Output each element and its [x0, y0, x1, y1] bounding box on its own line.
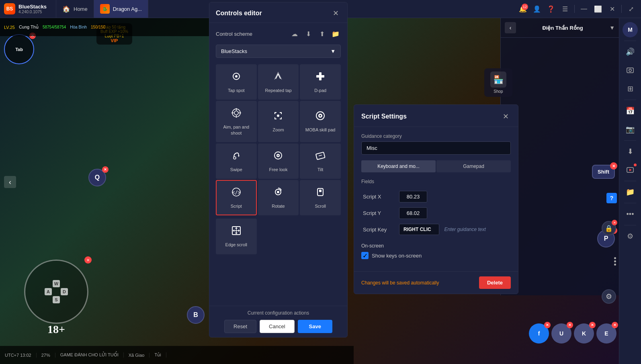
shift-key[interactable]: Shift ✕ [592, 165, 615, 179]
scheme-download-icon[interactable]: ⬇ [303, 29, 313, 39]
right-panel-title: Điện Thần Rồng [542, 25, 583, 31]
download-button[interactable]: ⬇ [623, 144, 638, 159]
dpad-up: W [53, 280, 60, 287]
u-button[interactable]: U ✕ [551, 323, 571, 344]
free-look-icon [272, 150, 284, 164]
scheme-dropdown[interactable]: BlueStacks ▼ [216, 45, 341, 58]
svg-point-1 [629, 69, 631, 72]
lock-close[interactable]: ✕ [612, 220, 617, 225]
dpad-center-empty [53, 288, 60, 295]
user-avatar[interactable]: M [623, 22, 638, 37]
u-close[interactable]: ✕ [567, 322, 573, 328]
minimize-button[interactable]: — [578, 3, 590, 15]
control-zoom[interactable]: Zoom [258, 101, 299, 142]
scheme-folder-icon[interactable]: 📁 [330, 29, 341, 39]
tab-dragon[interactable]: 🐉 Dragon Ag... [94, 0, 148, 18]
tab-home[interactable]: 🏠 Home [56, 0, 94, 18]
control-d-pad[interactable]: D-pad [300, 64, 341, 100]
shift-key-close[interactable]: ✕ [610, 162, 617, 170]
scheme-upload-icon[interactable]: ⬆ [317, 29, 327, 39]
more-options-button[interactable]: ••• [623, 207, 638, 222]
game-nav-left-button[interactable]: ‹ [4, 176, 16, 188]
lock-button[interactable]: 🔒 ✕ [602, 221, 616, 235]
account-button[interactable]: 👤 [531, 3, 543, 15]
e-button[interactable]: E ✕ [596, 323, 616, 344]
close-button[interactable]: ✕ [606, 3, 618, 15]
e-close[interactable]: ✕ [612, 322, 618, 328]
reset-button[interactable]: Reset [224, 320, 256, 333]
edge-scroll-label: Edge scroll [225, 242, 247, 247]
dpad-age-label: 18+ [47, 323, 65, 336]
dots-menu[interactable] [614, 257, 616, 266]
settings-gear-button[interactable]: ⚙ [602, 289, 616, 304]
calendar-button[interactable]: 📅 [623, 103, 638, 119]
delete-button[interactable]: Delete [479, 276, 511, 289]
script-y-label: Script Y [361, 205, 397, 221]
aim-icon [231, 107, 242, 121]
k-close[interactable]: ✕ [589, 322, 596, 328]
tab-keyboard-mouse[interactable]: Keyboard and mo... [361, 160, 436, 172]
k-button[interactable]: K ✕ [574, 323, 594, 344]
repeated-tap-icon [272, 71, 284, 84]
nav-prev-button[interactable]: ‹ [505, 22, 516, 33]
tab-gamepad[interactable]: Gamepad [436, 160, 511, 172]
folder-button[interactable]: 📁 [623, 184, 638, 200]
script-y-value[interactable]: 68.02 [399, 207, 427, 219]
controls-editor-close[interactable]: ✕ [330, 8, 341, 18]
control-aim[interactable]: Aim, pan and shoot [216, 101, 257, 142]
script-settings-modal: Script Settings ✕ Guidance category Keyb… [354, 104, 518, 294]
script-x-row: Script X 80.23 [361, 188, 511, 205]
control-tap-spot[interactable]: Tap spot [216, 64, 257, 100]
control-script[interactable]: </> Script [216, 180, 257, 215]
svg-marker-3 [629, 169, 632, 171]
help-button[interactable]: ❓ [545, 3, 557, 15]
control-edge-scroll[interactable]: Edge scroll [216, 219, 257, 254]
control-tilt[interactable]: Tilt [300, 143, 341, 179]
controls-editor-footer: Current configuration actions Reset Canc… [209, 306, 347, 337]
facebook-button[interactable]: f ✕ [529, 323, 549, 344]
control-rotate[interactable]: Rotate [258, 180, 299, 215]
script-key-value[interactable]: RIGHT CLIC [399, 224, 439, 235]
control-free-look[interactable]: Free look [258, 143, 299, 179]
expand-button[interactable]: ⤢ [625, 3, 637, 15]
script-settings-close[interactable]: ✕ [500, 111, 511, 122]
grid-button[interactable]: ⊞ [623, 81, 638, 96]
q-key[interactable]: Q ✕ [88, 169, 106, 186]
dpad[interactable]: W A D S 18+ ✕ [24, 260, 88, 324]
control-moba[interactable]: MOBA skill pad [300, 101, 341, 142]
scheme-cloud-icon[interactable]: ☁ [289, 29, 300, 39]
dpad-close[interactable]: ✕ [84, 256, 92, 264]
controls-editor-body: Control scheme ☁ ⬇ ⬆ 📁 BlueStacks ▼ Tap … [209, 23, 347, 306]
control-scroll[interactable]: Scroll [300, 180, 341, 215]
fb-close[interactable]: ✕ [544, 322, 551, 328]
dropdown-arrow[interactable]: ▼ [609, 25, 615, 31]
script-guidance-text[interactable]: Enter guidance text [441, 227, 485, 232]
camera-button[interactable]: 📷 [623, 122, 638, 137]
fields-section-label: Fields [361, 179, 511, 184]
settings-button[interactable]: ⚙ [623, 229, 638, 244]
volume-button[interactable]: 🔊 [623, 44, 638, 59]
help-overlay-button[interactable]: ? [606, 193, 617, 203]
cancel-button[interactable]: Cancel [260, 320, 294, 333]
script-settings-footer: Changes will be saved automatically Dele… [354, 271, 518, 294]
control-repeated-tap[interactable]: Repeated tap [258, 64, 299, 100]
save-button[interactable]: Save [298, 320, 332, 333]
shop-icon[interactable]: 🏪 Shop [484, 68, 512, 97]
svg-rect-30 [319, 190, 322, 192]
tap-spot-label: Tap spot [228, 88, 245, 93]
b-key-container: B [187, 306, 205, 324]
svg-marker-18 [238, 155, 240, 157]
screenshot-button[interactable] [623, 63, 638, 78]
app-name: BlueStacks [18, 4, 47, 10]
script-x-value[interactable]: 80.23 [399, 191, 427, 202]
q-key-close[interactable]: ✕ [102, 166, 109, 173]
b-key[interactable]: B [187, 306, 205, 324]
script-y-value-cell: 68.02 [397, 205, 511, 221]
menu-button[interactable]: ☰ [559, 3, 571, 15]
maximize-button[interactable]: ⬜ [592, 3, 604, 15]
control-swipe[interactable]: Swipe [216, 143, 257, 179]
guidance-input[interactable] [361, 141, 511, 155]
record-button[interactable] [623, 162, 638, 178]
show-keys-checkbox[interactable]: ✓ [361, 252, 369, 259]
notifications-button[interactable]: 🔔 12 [517, 3, 529, 15]
